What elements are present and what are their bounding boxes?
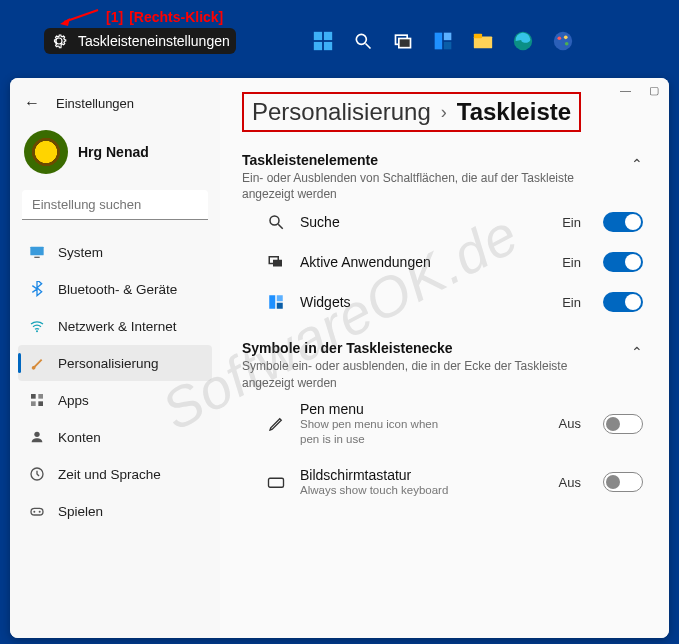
annotation-index: [1] — [106, 9, 123, 25]
section-taskbar-items: Taskleistenelemente Ein- oder Ausblenden… — [242, 152, 647, 322]
svg-rect-3 — [324, 32, 332, 40]
chevron-up-icon[interactable]: ⌃ — [631, 152, 643, 172]
svg-rect-4 — [314, 42, 322, 50]
svg-point-30 — [33, 511, 35, 513]
svg-line-7 — [366, 44, 371, 49]
settings-window: ← Einstellungen Hrg Nenad System Bluetoo… — [10, 78, 669, 638]
nav-label: System — [58, 245, 103, 260]
svg-rect-26 — [38, 401, 43, 406]
setting-row-search: Suche Ein — [242, 202, 647, 242]
section-subtitle: Symbole ein- oder ausblenden, die in der… — [242, 358, 602, 390]
user-row[interactable]: Hrg Nenad — [18, 126, 212, 186]
svg-rect-11 — [444, 33, 452, 41]
svg-rect-20 — [30, 247, 43, 256]
svg-rect-5 — [324, 42, 332, 50]
sidebar-header: ← Einstellungen — [18, 90, 212, 122]
maximize-button[interactable]: ▢ — [649, 84, 659, 97]
chevron-up-icon[interactable]: ⌃ — [631, 340, 643, 360]
nav-label: Netzwerk & Internet — [58, 319, 177, 334]
search-input[interactable] — [22, 190, 208, 220]
taskbar — [310, 28, 576, 54]
svg-line-33 — [278, 225, 283, 230]
start-button[interactable] — [310, 28, 336, 54]
row-label: Suche — [300, 214, 548, 230]
svg-point-16 — [554, 32, 572, 50]
nav-item-time-language[interactable]: Zeit und Sprache — [18, 456, 212, 492]
nav-item-apps[interactable]: Apps — [18, 382, 212, 418]
taskbar-search-icon[interactable] — [350, 28, 376, 54]
nav-item-gaming[interactable]: Spielen — [18, 493, 212, 529]
svg-rect-36 — [269, 296, 275, 310]
task-view-icon[interactable] — [390, 28, 416, 54]
toggle-pen[interactable] — [603, 414, 643, 434]
svg-rect-24 — [38, 394, 43, 399]
nav-label: Konten — [58, 430, 101, 445]
svg-rect-35 — [273, 260, 282, 267]
row-label: Aktive Anwendungen — [300, 254, 548, 270]
nav-item-accounts[interactable]: Konten — [18, 419, 212, 455]
nav-label: Personalisierung — [58, 356, 159, 371]
window-controls: — ▢ — [620, 84, 659, 97]
svg-rect-21 — [34, 257, 39, 258]
svg-rect-9 — [399, 39, 411, 48]
row-desc: Always show touch keyboard — [300, 483, 450, 498]
context-menu[interactable]: Taskleisteneinstellungen — [44, 28, 236, 54]
nav-label: Apps — [58, 393, 89, 408]
breadcrumb-parent[interactable]: Personalisierung — [252, 98, 431, 126]
avatar — [24, 130, 68, 174]
svg-rect-10 — [435, 33, 443, 50]
section-title: Symbole in der Taskleistenecke — [242, 340, 602, 356]
annotation-arrow-icon — [60, 8, 100, 26]
row-state: Ein — [562, 295, 581, 310]
toggle-taskview[interactable] — [603, 252, 643, 272]
bluetooth-icon — [28, 280, 46, 298]
person-icon — [28, 428, 46, 446]
row-label: Pen menu — [300, 401, 545, 417]
chevron-right-icon: › — [441, 102, 447, 123]
sidebar: ← Einstellungen Hrg Nenad System Bluetoo… — [10, 78, 220, 638]
row-state: Aus — [559, 416, 581, 431]
setting-row-pen: Pen menu Show pen menu icon when pen is … — [242, 391, 647, 457]
minimize-button[interactable]: — — [620, 84, 631, 97]
svg-rect-2 — [314, 32, 322, 40]
explorer-icon[interactable] — [470, 28, 496, 54]
svg-point-32 — [270, 216, 279, 225]
edge-icon[interactable] — [510, 28, 536, 54]
breadcrumb: Personalisierung › Taskleiste — [242, 92, 581, 132]
nav-item-system[interactable]: System — [18, 234, 212, 270]
setting-row-touchkeyboard: Bildschirmtastatur Always show touch key… — [242, 457, 647, 508]
toggle-widgets[interactable] — [603, 292, 643, 312]
nav-item-personalization[interactable]: Personalisierung — [18, 345, 212, 381]
search-box — [22, 190, 208, 220]
svg-point-31 — [39, 511, 41, 513]
apps-icon — [28, 391, 46, 409]
nav-item-bluetooth[interactable]: Bluetooth- & Geräte — [18, 271, 212, 307]
row-state: Ein — [562, 215, 581, 230]
nav-list: System Bluetooth- & Geräte Netzwerk & In… — [18, 234, 212, 529]
row-label: Bildschirmtastatur — [300, 467, 545, 483]
setting-row-widgets: Widgets Ein — [242, 282, 647, 322]
toggle-touchkeyboard[interactable] — [603, 472, 643, 492]
svg-rect-25 — [31, 401, 36, 406]
svg-rect-39 — [269, 478, 284, 487]
section-corner-icons: Symbole in der Taskleistenecke Symbole e… — [242, 340, 647, 507]
svg-point-22 — [36, 330, 38, 332]
svg-rect-37 — [277, 296, 283, 302]
annotation-text: [Rechts-Klick] — [129, 9, 223, 25]
toggle-search[interactable] — [603, 212, 643, 232]
svg-rect-23 — [31, 394, 36, 399]
gear-icon — [50, 32, 68, 50]
sidebar-title: Einstellungen — [56, 96, 134, 111]
annotation-overlay: [1] [Rechts-Klick] — [60, 8, 223, 26]
system-icon — [28, 243, 46, 261]
svg-rect-12 — [444, 42, 452, 50]
back-arrow-icon[interactable]: ← — [24, 94, 40, 112]
section-title: Taskleistenelemente — [242, 152, 602, 168]
user-name: Hrg Nenad — [78, 144, 149, 160]
svg-rect-38 — [277, 303, 283, 309]
paint-icon[interactable] — [550, 28, 576, 54]
taskview-icon — [266, 252, 286, 272]
nav-item-network[interactable]: Netzwerk & Internet — [18, 308, 212, 344]
widgets-icon[interactable] — [430, 28, 456, 54]
keyboard-icon — [266, 472, 286, 492]
